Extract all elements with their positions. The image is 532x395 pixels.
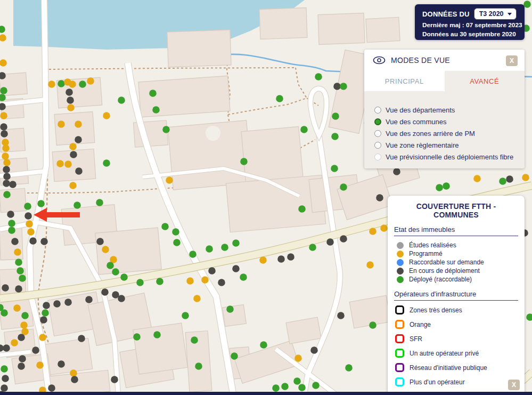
map-marker[interactable] — [340, 183, 347, 191]
map-marker[interactable] — [11, 339, 18, 346]
map-marker[interactable] — [153, 331, 161, 338]
map-marker[interactable] — [333, 83, 341, 90]
map-marker[interactable] — [331, 133, 339, 140]
map-marker[interactable] — [206, 245, 213, 253]
map-marker[interactable] — [315, 73, 322, 80]
map-marker[interactable] — [166, 176, 173, 184]
map-marker[interactable] — [298, 205, 306, 213]
map-marker[interactable] — [3, 344, 10, 352]
map-marker[interactable] — [32, 346, 39, 354]
map-marker[interactable] — [11, 238, 19, 245]
map-marker[interactable] — [393, 168, 400, 175]
map-marker[interactable] — [1, 309, 8, 317]
map-marker[interactable] — [2, 152, 9, 160]
map-marker[interactable] — [0, 123, 7, 131]
map-marker[interactable] — [24, 203, 31, 210]
map-marker[interactable] — [2, 284, 9, 292]
map-marker[interactable] — [287, 253, 294, 261]
map-marker[interactable] — [7, 211, 14, 218]
map-marker[interactable] — [75, 120, 82, 128]
map-marker[interactable] — [3, 166, 10, 173]
map-marker[interactable] — [506, 175, 513, 183]
map-marker[interactable] — [40, 238, 48, 245]
map-marker[interactable] — [232, 239, 240, 247]
map-marker[interactable] — [70, 151, 77, 158]
map-marker[interactable] — [8, 220, 15, 227]
radio-icon[interactable] — [374, 142, 381, 149]
map-marker[interactable] — [69, 80, 76, 88]
map-marker[interactable] — [259, 256, 267, 264]
map-marker[interactable] — [27, 228, 35, 236]
map-marker[interactable] — [2, 144, 10, 152]
map-marker[interactable] — [226, 305, 234, 313]
map-marker[interactable] — [312, 382, 320, 389]
map-marker[interactable] — [1, 365, 8, 373]
map-marker[interactable] — [18, 362, 25, 370]
map-marker[interactable] — [340, 83, 347, 90]
map-marker[interactable] — [13, 304, 21, 312]
map-marker[interactable] — [87, 77, 94, 85]
map-marker[interactable] — [133, 333, 141, 341]
map-marker[interactable] — [523, 1, 531, 8]
map-marker[interactable] — [96, 199, 103, 206]
map-marker[interactable] — [189, 251, 197, 258]
map-marker[interactable] — [24, 212, 32, 220]
map-marker[interactable] — [3, 173, 11, 180]
map-marker[interactable] — [56, 160, 64, 167]
map-marker[interactable] — [15, 259, 22, 266]
map-marker[interactable] — [309, 244, 316, 251]
map-marker[interactable] — [201, 276, 209, 284]
map-marker[interactable] — [473, 175, 481, 182]
map-marker[interactable] — [43, 302, 50, 309]
tab-principal[interactable]: PRINCIPAL — [364, 71, 445, 91]
map-marker[interactable] — [120, 273, 128, 281]
map-marker[interactable] — [337, 312, 345, 319]
radio-icon[interactable] — [374, 107, 381, 114]
radio-icon[interactable] — [374, 130, 381, 137]
view-option[interactable]: Vue prévisionnelle des déploiements fibr… — [374, 151, 520, 163]
map-marker[interactable] — [37, 200, 45, 207]
map-marker[interactable] — [326, 238, 334, 246]
map-marker[interactable] — [69, 143, 77, 150]
map-marker[interactable] — [376, 194, 383, 201]
map-marker[interactable] — [21, 312, 29, 319]
radio-icon[interactable] — [374, 154, 381, 160]
map-marker[interactable] — [298, 384, 306, 391]
map-marker[interactable] — [19, 355, 26, 362]
map-marker[interactable] — [36, 361, 44, 369]
map-marker[interactable] — [277, 255, 285, 263]
map-marker[interactable] — [369, 321, 377, 329]
map-marker[interactable] — [8, 227, 15, 234]
map-marker[interactable] — [260, 341, 267, 349]
map-marker[interactable] — [9, 181, 17, 188]
map-marker[interactable] — [208, 267, 216, 275]
map-marker[interactable] — [331, 165, 338, 172]
map-marker[interactable] — [191, 336, 198, 344]
map-marker[interactable] — [240, 273, 247, 281]
map-marker[interactable] — [103, 112, 110, 119]
map-marker[interactable] — [310, 346, 318, 354]
map-marker[interactable] — [240, 158, 248, 165]
map-marker[interactable] — [75, 136, 82, 143]
map-marker[interactable] — [20, 321, 28, 329]
map-marker[interactable] — [231, 352, 238, 360]
map-marker[interactable] — [111, 376, 118, 383]
map-marker[interactable] — [300, 126, 308, 133]
map-marker[interactable] — [1, 130, 8, 138]
map-marker[interactable] — [186, 277, 194, 285]
map-marker[interactable] — [26, 220, 33, 228]
map-marker[interactable] — [182, 312, 189, 319]
map-marker[interactable] — [71, 376, 78, 383]
map-marker[interactable] — [112, 268, 119, 276]
map-marker[interactable] — [70, 369, 77, 377]
map-marker[interactable] — [69, 182, 77, 189]
map-marker[interactable] — [67, 96, 74, 104]
map-marker[interactable] — [366, 261, 374, 269]
map-marker[interactable] — [64, 160, 72, 168]
view-option[interactable]: Vue des départements — [374, 104, 520, 116]
map-marker[interactable] — [232, 265, 240, 272]
radio-checked-icon[interactable] — [374, 118, 381, 125]
map-marker[interactable] — [172, 228, 179, 236]
map-marker[interactable] — [221, 244, 228, 251]
map-marker[interactable] — [218, 279, 225, 286]
